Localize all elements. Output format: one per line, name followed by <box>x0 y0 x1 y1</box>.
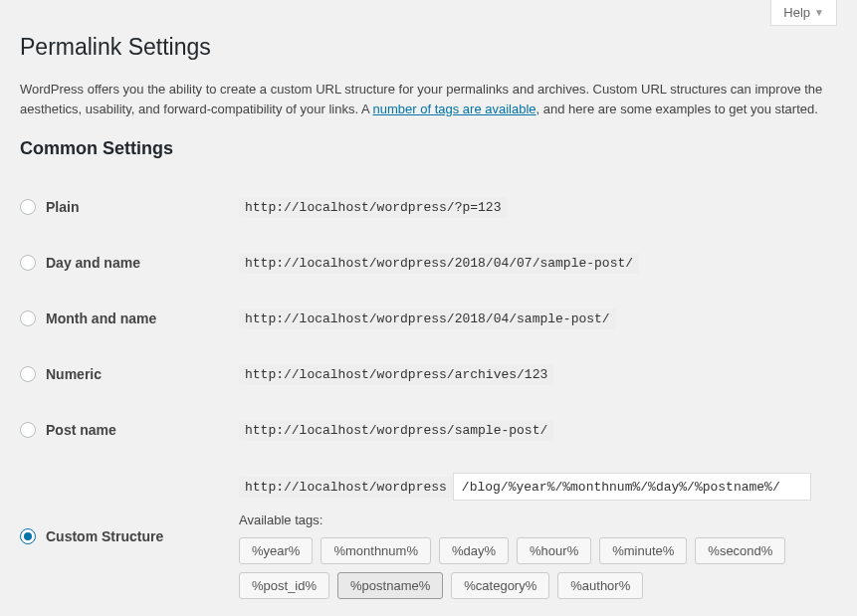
tag-minute-button[interactable]: %minute% <box>599 537 687 564</box>
radio-plain[interactable] <box>20 199 36 215</box>
option-month-name-label: Month and name <box>46 310 156 326</box>
option-plain-label: Plain <box>46 199 79 215</box>
option-month-name[interactable]: Month and name <box>20 310 229 326</box>
option-day-name[interactable]: Day and name <box>20 255 229 271</box>
tag-postname-button[interactable]: %postname% <box>337 572 443 599</box>
example-plain: http://localhost/wordpress/?p=123 <box>239 197 507 218</box>
tag-year-button[interactable]: %year% <box>239 537 313 564</box>
custom-base-url: http://localhost/wordpress <box>239 477 453 498</box>
tag-post-id-button[interactable]: %post_id% <box>239 572 329 599</box>
tag-monthnum-button[interactable]: %monthnum% <box>321 537 431 564</box>
example-month-name: http://localhost/wordpress/2018/04/sampl… <box>239 308 616 329</box>
option-plain[interactable]: Plain <box>20 199 229 215</box>
section-heading-common: Common Settings <box>20 138 837 159</box>
tag-hour-button[interactable]: %hour% <box>517 537 591 564</box>
option-day-name-label: Day and name <box>46 255 140 271</box>
intro-link-tags[interactable]: number of tags are available <box>373 102 536 116</box>
help-label: Help <box>783 5 810 20</box>
help-tab[interactable]: Help ▼ <box>770 0 837 26</box>
radio-custom[interactable] <box>20 528 36 544</box>
intro-paragraph: WordPress offers you the ability to crea… <box>20 80 837 118</box>
example-day-name: http://localhost/wordpress/2018/04/07/sa… <box>239 253 639 274</box>
tag-category-button[interactable]: %category% <box>451 572 549 599</box>
option-post-name-label: Post name <box>46 422 116 438</box>
radio-post-name[interactable] <box>20 422 36 438</box>
available-tags-label: Available tags: <box>239 513 837 527</box>
tag-buttons-container: %year% %monthnum% %day% %hour% %minute% … <box>239 537 796 599</box>
tag-day-button[interactable]: %day% <box>439 537 509 564</box>
example-post-name: http://localhost/wordpress/sample-post/ <box>239 420 553 441</box>
intro-text-2: , and here are some examples to get you … <box>536 102 818 116</box>
tag-second-button[interactable]: %second% <box>695 537 785 564</box>
option-post-name[interactable]: Post name <box>20 422 229 438</box>
option-numeric[interactable]: Numeric <box>20 366 229 382</box>
option-numeric-label: Numeric <box>46 366 102 382</box>
option-custom-label: Custom Structure <box>46 528 163 544</box>
option-custom[interactable]: Custom Structure <box>20 528 229 544</box>
page-title: Permalink Settings <box>20 25 837 65</box>
radio-month-name[interactable] <box>20 310 36 326</box>
custom-structure-input[interactable] <box>453 473 811 501</box>
radio-numeric[interactable] <box>20 366 36 382</box>
example-numeric: http://localhost/wordpress/archives/123 <box>239 364 553 385</box>
chevron-down-icon: ▼ <box>814 7 824 18</box>
tag-author-button[interactable]: %author% <box>557 572 643 599</box>
radio-day-name[interactable] <box>20 255 36 271</box>
